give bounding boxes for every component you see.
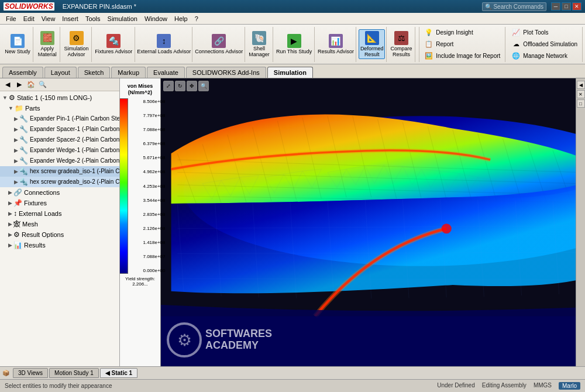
results-advisor-button[interactable]: 📊 Results Advisor (316, 32, 356, 57)
tree-expander-spacer1[interactable]: ▶ 🔧 Expander Spacer-1 (-Plain Carbon Ste… (0, 124, 119, 135)
apply-material-label: ApplyMaterial (38, 46, 57, 58)
menu-edit[interactable]: Edit (20, 14, 38, 23)
design-insight-button[interactable]: 💡 Design Insight (423, 27, 501, 38)
tree-results[interactable]: ▶ 📊 Results (0, 240, 119, 250)
tab-static1[interactable]: ◀ Static 1 (100, 368, 137, 378)
pan-button[interactable]: ✥ (187, 81, 197, 91)
connections-advisor-label: Connections Advisor (195, 49, 243, 55)
fixtures-advisor-label: Fixtures Advisor (95, 49, 132, 55)
deformed-result-button[interactable]: 📐 DeformedResult (359, 29, 386, 60)
run-study-label: Run This Study (276, 49, 312, 55)
editing-assembly-status: Editing Assembly (482, 382, 526, 390)
status-bar: Select entities to modify their appearan… (0, 379, 585, 392)
tab-evaluate[interactable]: Evaluate (147, 67, 185, 78)
tree-expander-pin[interactable]: ▶ 🔧 Expander Pin-1 (-Plain Carbon Steel-… (0, 114, 119, 124)
menu-simulation[interactable]: Simulation (104, 14, 141, 23)
panel-toolbar: ◀ ▶ 🏠 🔍 (0, 78, 119, 91)
maximize-button[interactable]: □ (562, 2, 571, 11)
simulation-advisor-button[interactable]: ⚙ SimulationAdvisor (63, 29, 91, 60)
status-message: Select entities to modify their appearan… (5, 383, 112, 389)
new-study-button[interactable]: 📄 New Study (3, 32, 32, 57)
svg-point-38 (442, 223, 452, 233)
report-icon: 📋 (424, 40, 433, 49)
model-icon[interactable]: 📦 (2, 370, 9, 376)
offloaded-simulation-button[interactable]: ☁ Offloaded Simulation (510, 39, 579, 50)
tree-expander-wedge2[interactable]: ▶ 🔧 Expander Wedge-2 (-Plain Carbon Stee… (0, 156, 119, 166)
image-icon: 🖼️ (424, 51, 433, 61)
right-edge-btn-2[interactable]: ✕ (577, 90, 585, 98)
right-edge-btn-3[interactable]: □ (577, 99, 585, 108)
menu-file[interactable]: File (2, 14, 20, 23)
fixtures-advisor-button[interactable]: 🔩 Fixtures Advisor (93, 32, 134, 57)
close-button[interactable]: ✕ (572, 2, 581, 11)
connections-advisor-button[interactable]: 🔗 Connections Advisor (193, 32, 245, 57)
units-status: MMGS (534, 382, 552, 390)
tree-fixtures[interactable]: ▶ 📌 Fixtures (0, 198, 119, 208)
results-advisor-label: Results Advisor (318, 49, 354, 55)
menu-view[interactable]: View (38, 14, 59, 23)
left-panel: ◀ ▶ 🏠 🔍 ▼ ⚙ Static 1 (-150 mm LONG-) ▼ 📁… (0, 78, 120, 366)
apply-material-button[interactable]: 🧱 ApplyMaterial (36, 29, 58, 60)
tree-hex-screw-iso2[interactable]: ▶ 🔩 hex screw gradeab_iso-2 (-Plain Carb… (0, 177, 119, 187)
plot-tools-label: Plot Tools (523, 29, 548, 36)
tree-expander-wedge1[interactable]: ▶ 🔧 Expander Wedge-1 (-Plain Carbon Stee… (0, 145, 119, 156)
tree-mesh[interactable]: ▶ 🕸 Mesh (0, 219, 119, 229)
zoom-to-fit-button[interactable]: ⤢ (163, 81, 174, 91)
deformed-result-label: DeformedResult (360, 46, 384, 58)
run-study-button[interactable]: ▶ Run This Study (274, 32, 314, 57)
report-label: Report (436, 41, 453, 47)
compare-results-button[interactable]: ⚖ CompareResults (389, 29, 414, 60)
panel-back-button[interactable]: ◀ (2, 80, 13, 90)
menu-insert[interactable]: Insert (58, 14, 82, 23)
tree-static1[interactable]: ▼ ⚙ Static 1 (-150 mm LONG-) (0, 92, 119, 103)
tab-3d-views[interactable]: 3D Views (13, 368, 48, 378)
panel-home-button[interactable]: 🏠 (26, 80, 36, 90)
design-insight-label: Design Insight (436, 29, 473, 36)
plot-tools-button[interactable]: 📈 Plot Tools (510, 27, 579, 38)
manage-network-button[interactable]: 🌐 Manage Network (510, 51, 579, 61)
menu-question[interactable]: ? (191, 14, 202, 23)
tab-solidworks-addins[interactable]: SOLIDWORKS Add-Ins (186, 67, 266, 78)
minimize-button[interactable]: ─ (551, 2, 560, 11)
shell-manager-button[interactable]: 🐚 ShellManager (247, 29, 271, 60)
menu-tools[interactable]: Tools (82, 14, 104, 23)
right-edge-btn-1[interactable]: ◀ (577, 81, 585, 89)
rotate-button[interactable]: ↻ (175, 81, 185, 91)
bottom-tabs: 📦 3D Views Motion Study 1 ◀ Static 1 (0, 366, 585, 379)
panel-forward-button[interactable]: ▶ (14, 80, 25, 90)
tree-external-loads[interactable]: ▶ ↕ External Loads (0, 208, 119, 219)
scale-title: von Mises (N/mm^2) (122, 83, 158, 96)
tab-simulation[interactable]: Simulation (267, 67, 313, 78)
report-button[interactable]: 📋 Report (423, 39, 501, 50)
tab-row: Assembly Layout Sketch Markup Evaluate S… (0, 64, 585, 78)
tab-motion-study[interactable]: Motion Study 1 (49, 368, 99, 378)
color-bar (120, 98, 128, 274)
menu-help[interactable]: Help (171, 14, 191, 23)
right-edge-panel: ◀ ✕ □ (576, 78, 585, 366)
external-loads-advisor-button[interactable]: ↕ External Loads Advisor (135, 32, 192, 57)
tab-layout[interactable]: Layout (44, 67, 77, 78)
zoom-button[interactable]: 🔍 (198, 81, 209, 91)
tree-hex-screw-iso1[interactable]: ▶ 🔩 hex screw gradeab_iso-1 (-Plain Carb… (0, 166, 119, 177)
shell-manager-label: ShellManager (249, 46, 270, 58)
tree-result-options[interactable]: ▶ ⚙ Result Options (0, 229, 119, 240)
title-text: EXPANDER PIN.sldasm * (63, 3, 136, 10)
color-scale-panel: von Mises (N/mm^2) 8.506e+08 7.797e+08 7… (120, 78, 161, 366)
compare-results-label: CompareResults (391, 46, 412, 58)
offloaded-simulation-label: Offloaded Simulation (523, 41, 577, 47)
menu-window[interactable]: Window (141, 14, 171, 23)
tab-markup[interactable]: Markup (111, 67, 146, 78)
include-image-button[interactable]: 🖼️ Include Image for Report (423, 51, 501, 61)
logo-gear-icon: ⚙ (167, 322, 202, 357)
tab-assembly[interactable]: Assembly (2, 67, 43, 78)
tree-parts[interactable]: ▼ 📁 Parts (0, 103, 119, 114)
title-bar: SOLIDWORKS EXPANDER PIN.sldasm * 🔍 Searc… (0, 0, 585, 13)
design-insight-icon: 💡 (424, 28, 433, 37)
feature-tree: ▼ ⚙ Static 1 (-150 mm LONG-) ▼ 📁 Parts ▶… (0, 91, 119, 366)
panel-zoom-button[interactable]: 🔍 (37, 80, 48, 90)
search-commands-placeholder: Search Commands (493, 4, 543, 10)
viewport[interactable]: ⤢ ↻ ✥ 🔍 ⚙ SOFTWARESACADEMY (161, 78, 576, 366)
tree-connections[interactable]: ▶ 🔗 Connections (0, 187, 119, 198)
tree-expander-spacer2[interactable]: ▶ 🔧 Expander Spacer-2 (-Plain Carbon Ste… (0, 135, 119, 145)
tab-sketch[interactable]: Sketch (78, 67, 111, 78)
